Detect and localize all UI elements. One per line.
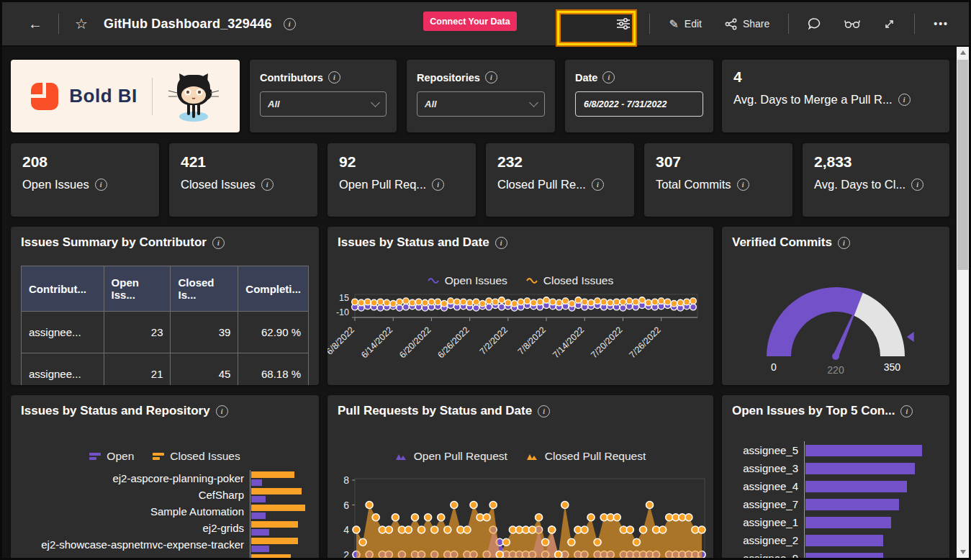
col-completion[interactable]: Completi... <box>238 266 309 312</box>
bar[interactable] <box>805 517 891 528</box>
table-header-row: Contribut... Open Iss... Closed Is... Co… <box>22 266 309 312</box>
widget-title: Verified Commits i <box>732 235 850 250</box>
bar[interactable] <box>805 445 922 456</box>
contributors-filter-label: Contributors i <box>260 71 340 83</box>
kpi-info-icon[interactable]: i <box>95 179 107 191</box>
col-closed-issues[interactable]: Closed Is... <box>171 266 238 312</box>
favorite-star-icon[interactable]: ☆ <box>71 16 92 32</box>
issues-by-repository-chart: ej2-aspcore-planning-pokerCefSharpSample… <box>21 470 313 560</box>
widget-title: Issues by Status and Date i <box>338 235 507 250</box>
contributors-dropdown[interactable]: All <box>260 91 387 117</box>
contributors-info-icon[interactable]: i <box>328 71 340 83</box>
bar[interactable] <box>251 496 266 502</box>
scrollbar-thumb[interactable] <box>957 60 968 270</box>
bar[interactable] <box>251 521 298 528</box>
bar[interactable] <box>805 463 915 474</box>
widget-info-icon[interactable]: i <box>216 405 228 417</box>
open-issues-top5-card: Open Issues by Top 5 Con... i assignee_5… <box>722 395 949 560</box>
connect-your-data-button[interactable]: Connect Your Data <box>423 12 517 31</box>
table-row: assignee... 23 39 62.90 % <box>22 312 309 353</box>
bar[interactable] <box>251 471 294 478</box>
kpi-label: Closed Pull Re...i <box>497 178 604 191</box>
bar[interactable] <box>805 499 899 510</box>
boldbi-logo-text: Bold BI <box>69 85 137 107</box>
kpi-info-icon[interactable]: i <box>911 179 923 191</box>
bar[interactable] <box>805 553 883 560</box>
legend-closed-issues[interactable]: Closed Issues <box>526 274 613 287</box>
bar-track <box>250 553 313 560</box>
date-range-input[interactable] <box>582 99 711 110</box>
legend-open-pr[interactable]: Open Pull Request <box>395 450 507 463</box>
github-octocat-illustration <box>167 68 220 125</box>
kpi-label: Total Commitsi <box>656 178 749 191</box>
legend-label: Closed Issues <box>170 450 240 463</box>
kpi-label-text: Closed Pull Re... <box>497 178 586 191</box>
svg-text:7/2/2022: 7/2/2022 <box>478 325 510 356</box>
vertical-scrollbar[interactable] <box>957 47 969 558</box>
date-range-picker[interactable] <box>575 91 703 117</box>
legend-open[interactable]: Open <box>89 450 134 463</box>
legend-label: Open <box>107 450 134 463</box>
cell-completion: 62.90 % <box>238 312 309 353</box>
title-info-icon[interactable]: i <box>284 18 296 30</box>
bar[interactable] <box>251 546 269 552</box>
kpi-info-icon[interactable]: i <box>898 94 911 106</box>
divider <box>152 78 153 115</box>
kpi-value: 92 <box>339 153 356 171</box>
scroll-down-arrow[interactable] <box>957 546 969 558</box>
scroll-up-arrow[interactable] <box>957 47 969 58</box>
legend-open-issues[interactable]: Open Issues <box>428 274 507 287</box>
label-text: Contributors <box>260 72 323 83</box>
share-button[interactable]: Share <box>721 17 774 31</box>
legend-closed-pr[interactable]: Closed Pull Request <box>526 450 646 463</box>
category-label: Users Management <box>21 555 250 560</box>
date-info-icon[interactable]: i <box>602 71 615 83</box>
comment-bubble-icon[interactable] <box>803 17 826 31</box>
col-open-issues[interactable]: Open Iss... <box>104 266 171 312</box>
widget-info-icon[interactable]: i <box>212 237 225 249</box>
bar[interactable] <box>805 481 907 492</box>
kpi-info-icon[interactable]: i <box>432 179 444 191</box>
svg-text:2: 2 <box>343 549 349 560</box>
bar[interactable] <box>251 529 269 536</box>
kpi-info-icon[interactable]: i <box>737 179 749 191</box>
legend-label: Open Pull Request <box>414 450 507 463</box>
bar[interactable] <box>251 488 302 494</box>
bar[interactable] <box>251 479 262 486</box>
bar[interactable] <box>805 535 883 546</box>
repositories-info-icon[interactable]: i <box>485 71 497 83</box>
repositories-dropdown[interactable]: All <box>417 91 545 117</box>
svg-text:8: 8 <box>343 474 349 486</box>
kpi-info-icon[interactable]: i <box>261 179 274 191</box>
bar-row: assignee_7 <box>729 495 942 513</box>
col-contributor[interactable]: Contribut... <box>22 266 104 312</box>
category-label: assignee_1 <box>729 516 804 528</box>
bar-row: assignee_4 <box>729 477 942 495</box>
legend-closed-issues[interactable]: Closed Issues <box>153 450 240 463</box>
edit-button[interactable]: ✎ Edit <box>664 17 706 32</box>
filter-sliders-icon[interactable] <box>612 17 635 31</box>
chart-legend: Open Closed Issues <box>11 450 319 463</box>
widget-title-text: Pull Requests by Status and Date <box>338 404 532 418</box>
svg-text:220: 220 <box>827 364 844 376</box>
more-menu-button[interactable]: ••• <box>929 17 953 30</box>
widget-info-icon[interactable]: i <box>495 237 507 249</box>
kpi-info-icon[interactable]: i <box>592 179 604 191</box>
category-label: assignee_9 <box>729 552 804 560</box>
widget-info-icon[interactable]: i <box>900 405 913 417</box>
svg-text:6/26/2022: 6/26/2022 <box>436 325 471 360</box>
kpi-card-avg-days-merge: 4 Avg. Days to Merge a Pull R... i <box>722 60 949 132</box>
edit-label: Edit <box>685 18 702 30</box>
legend-label: Closed Pull Request <box>545 450 646 463</box>
fullscreen-expand-icon[interactable] <box>879 17 900 31</box>
bar[interactable] <box>251 505 305 511</box>
bar[interactable] <box>251 538 298 544</box>
kpi-label-text: Closed Issues <box>181 178 256 191</box>
back-arrow-icon[interactable]: ← <box>24 16 47 32</box>
widget-info-icon[interactable]: i <box>538 405 550 417</box>
view-glasses-icon[interactable] <box>840 18 864 30</box>
bar[interactable] <box>251 512 266 519</box>
category-label: assignee_5 <box>729 444 804 456</box>
bar[interactable] <box>251 554 291 560</box>
widget-info-icon[interactable]: i <box>838 237 850 249</box>
